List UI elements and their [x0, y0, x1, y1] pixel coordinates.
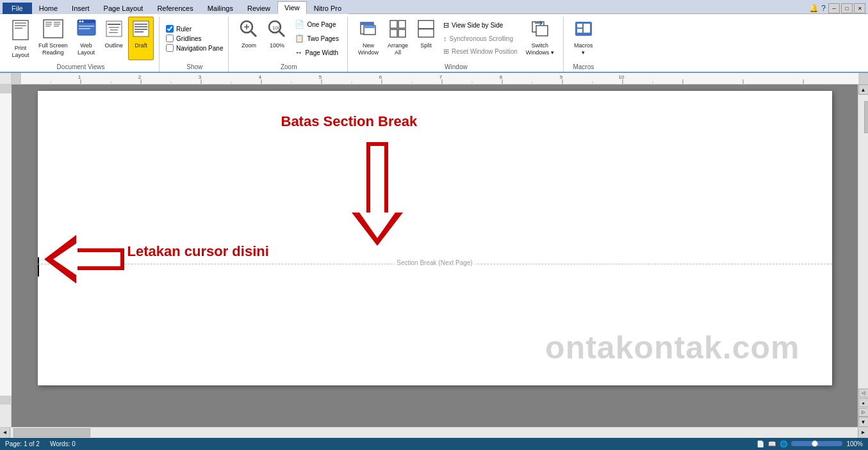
switch-windows-button[interactable]: SwitchWindows ▾ — [522, 17, 558, 60]
svg-rect-6 — [45, 24, 52, 25]
view-normal-icon[interactable]: 📄 — [757, 440, 764, 447]
help-icon[interactable]: ? — [821, 4, 826, 13]
ribbon-tabs: File Home Insert Page Layout References … — [0, 0, 868, 14]
zoom-button[interactable]: Zoom — [235, 17, 262, 60]
print-layout-icon — [12, 19, 29, 44]
svg-rect-92 — [0, 396, 12, 405]
left-arrow-head-outer — [44, 235, 76, 284]
tab-page-layout[interactable]: Page Layout — [97, 2, 151, 14]
tab-references[interactable]: References — [150, 2, 200, 14]
view-side-by-side-button[interactable]: ⊟ View Side by Side — [440, 19, 521, 31]
print-layout-button[interactable]: PrintLayout — [8, 17, 33, 60]
zoom-options: 📄 One Page 📋 Two Pages ↔ Page Width — [291, 17, 341, 60]
svg-text:2: 2 — [138, 74, 142, 80]
svg-point-14 — [81, 20, 83, 22]
svg-rect-37 — [364, 26, 375, 28]
svg-rect-21 — [109, 32, 118, 33]
arrange-all-label: ArrangeAll — [388, 42, 408, 56]
show-checkboxes: Ruler Gridlines Navigation Pane — [166, 17, 223, 60]
zoom-100-button[interactable]: 100 100% — [263, 17, 290, 60]
tab-file[interactable]: File — [3, 3, 32, 14]
svg-text:3: 3 — [199, 74, 202, 80]
view-web-icon[interactable]: 🌐 — [780, 440, 787, 447]
scroll-prev-page-button[interactable]: ◁ — [858, 389, 869, 398]
switch-windows-label: SwitchWindows ▾ — [526, 42, 554, 56]
zoom-content: Zoom 100 100% 📄 One Page 📋 Two Pages ↔ — [235, 17, 341, 63]
ribbon-group-macros: Macros▾ Macros — [565, 17, 602, 72]
svg-rect-24 — [135, 26, 147, 28]
gridlines-check[interactable] — [166, 35, 174, 42]
svg-rect-16 — [79, 28, 90, 29]
web-layout-button[interactable]: WebLayout — [73, 17, 100, 60]
page-width-button[interactable]: ↔ Page Width — [291, 46, 341, 59]
document-views-buttons: PrintLayout Full ScreenReading WebLayout… — [8, 17, 154, 63]
minimize-icon[interactable]: 🔔 — [809, 4, 819, 13]
maximize-button[interactable]: □ — [841, 3, 853, 13]
ruler-check[interactable] — [166, 25, 174, 33]
synchronous-scrolling-button[interactable]: ↕ Synchronous Scrolling — [440, 33, 521, 44]
scroll-thumb[interactable] — [864, 101, 869, 133]
batas-text: Batas Section Break — [281, 113, 418, 129]
minimize-button[interactable]: ─ — [828, 3, 840, 13]
window-controls: ─ □ ✕ — [828, 3, 865, 13]
full-screen-label: Full ScreenReading — [38, 42, 68, 56]
macros-group-label: Macros — [573, 63, 594, 70]
tab-view[interactable]: View — [277, 1, 307, 14]
zoom-100-label: 100% — [270, 42, 284, 49]
ribbon-group-zoom: Zoom 100 100% 📄 One Page 📋 Two Pages ↔ — [230, 17, 347, 72]
zoom-slider[interactable] — [791, 441, 842, 446]
tab-nitro-pro[interactable]: Nitro Pro — [307, 2, 348, 14]
outline-button[interactable]: Outline — [101, 17, 127, 60]
svg-line-28 — [251, 31, 256, 36]
two-pages-button[interactable]: 📋 Two Pages — [291, 32, 341, 45]
close-button[interactable]: ✕ — [854, 3, 865, 13]
scroll-right-button[interactable]: ► — [858, 428, 868, 438]
tab-review[interactable]: Review — [240, 2, 277, 14]
view-reading-icon[interactable]: 📖 — [768, 440, 776, 447]
macros-content: Macros▾ — [570, 17, 597, 63]
zoom-thumb — [812, 440, 818, 447]
zoom-group-label: Zoom — [281, 63, 297, 70]
svg-text:8: 8 — [500, 74, 503, 80]
zoom-percent: 100% — [846, 440, 863, 447]
tab-mailings[interactable]: Mailings — [201, 2, 240, 14]
split-button[interactable]: Split — [413, 17, 439, 60]
svg-rect-38 — [390, 20, 397, 28]
scroll-left-button[interactable]: ◄ — [0, 428, 10, 438]
full-screen-icon — [43, 19, 63, 41]
svg-text:9: 9 — [560, 74, 563, 80]
svg-rect-39 — [398, 20, 405, 28]
svg-point-13 — [79, 20, 81, 22]
scroll-up-button[interactable]: ▲ — [858, 84, 869, 95]
svg-rect-9 — [54, 24, 60, 25]
draft-button[interactable]: Draft — [128, 17, 154, 60]
page-info: Page: 1 of 2 — [5, 440, 40, 447]
svg-rect-19 — [109, 27, 119, 28]
new-window-button[interactable]: NewWindow — [354, 17, 382, 60]
ribbon-group-show: Ruler Gridlines Navigation Pane Show — [161, 17, 229, 72]
scroll-next-page-button[interactable]: ▷ — [858, 408, 869, 417]
ribbon-group-document-views: PrintLayout Full ScreenReading WebLayout… — [3, 17, 160, 72]
gridlines-checkbox[interactable]: Gridlines — [166, 35, 223, 42]
scroll-select-button[interactable]: ● — [858, 398, 869, 407]
reset-window-position-button[interactable]: ⊞ Reset Window Position — [440, 45, 521, 58]
ruler-checkbox[interactable]: Ruler — [166, 25, 223, 33]
svg-rect-49 — [577, 29, 582, 33]
svg-text:5: 5 — [319, 74, 322, 80]
tab-home[interactable]: Home — [32, 2, 65, 14]
macros-button[interactable]: Macros▾ — [570, 17, 597, 60]
one-page-button[interactable]: 📄 One Page — [291, 18, 341, 31]
navigation-pane-check[interactable] — [166, 44, 174, 52]
document-views-group-label: Document Views — [57, 63, 105, 70]
h-scroll-thumb[interactable] — [13, 428, 90, 437]
tab-insert[interactable]: Insert — [65, 2, 97, 14]
arrange-all-button[interactable]: ArrangeAll — [384, 17, 412, 60]
scroll-down-button[interactable]: ▼ — [858, 417, 869, 427]
svg-rect-20 — [110, 29, 118, 31]
main-content: Section Break (Next Page) Batas Section … — [0, 84, 868, 427]
navigation-pane-checkbox[interactable]: Navigation Pane — [166, 44, 223, 52]
watermark: ontakontak.com — [545, 329, 799, 366]
svg-rect-45 — [536, 26, 548, 36]
full-screen-reading-button[interactable]: Full ScreenReading — [35, 17, 72, 60]
window-content: NewWindow ArrangeAll Split ⊟ View Side b… — [354, 17, 558, 63]
